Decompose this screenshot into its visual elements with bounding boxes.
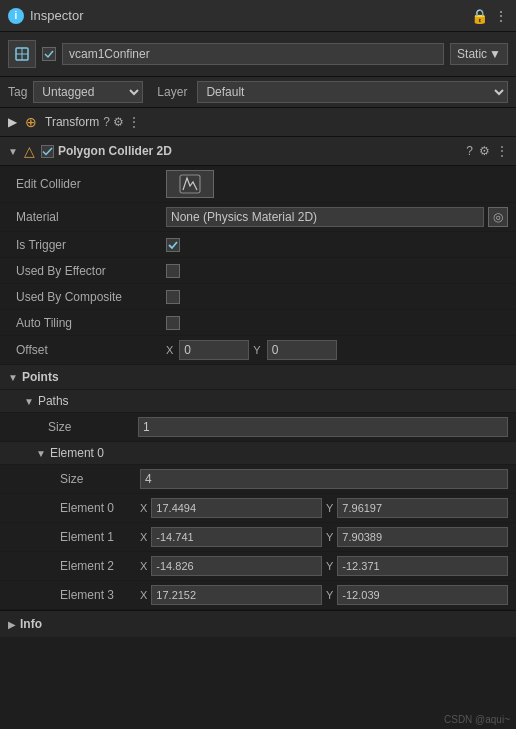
layer-label: Layer xyxy=(157,85,187,99)
element0-size-label: Size xyxy=(60,472,140,486)
offset-x-input[interactable] xyxy=(179,340,249,360)
auto-tiling-checkbox[interactable] xyxy=(166,316,180,330)
used-by-effector-label: Used By Effector xyxy=(16,264,166,278)
elem1-y-input[interactable] xyxy=(337,527,508,547)
menu-icon[interactable]: ⋮ xyxy=(494,8,508,24)
transform-label: Transform xyxy=(45,115,99,129)
offset-y-label: Y xyxy=(253,344,260,356)
info-arrow: ▶ xyxy=(8,619,16,630)
material-label: Material xyxy=(16,210,166,224)
element-data-row-3: Element 3 X Y xyxy=(0,581,516,610)
element0-size-row: Size xyxy=(0,465,516,494)
polygon-collider-label: Polygon Collider 2D xyxy=(58,144,462,158)
points-label: Points xyxy=(22,370,59,384)
element-inputs-1: X Y xyxy=(140,527,508,547)
polygon-collider-buttons: ? ⚙ ⋮ xyxy=(466,144,508,158)
edit-collider-button[interactable] xyxy=(166,170,214,198)
auto-tiling-label: Auto Tiling xyxy=(16,316,166,330)
auto-tiling-row: Auto Tiling xyxy=(0,310,516,336)
elem2-y-input[interactable] xyxy=(337,556,508,576)
is-trigger-label: Is Trigger xyxy=(16,238,166,252)
elem2-x-input[interactable] xyxy=(151,556,322,576)
elem3-y-input[interactable] xyxy=(337,585,508,605)
tag-label: Tag xyxy=(8,85,27,99)
polygon-collider-help-btn[interactable]: ? xyxy=(466,144,473,158)
element-label-2: Element 2 xyxy=(60,559,140,573)
element-inputs-0: X Y xyxy=(140,498,508,518)
elem0-x-label: X xyxy=(140,502,147,514)
svg-rect-3 xyxy=(180,175,200,193)
elem0-x-input[interactable] xyxy=(151,498,322,518)
transform-menu-btn[interactable]: ⋮ xyxy=(128,115,140,129)
element0-section-header[interactable]: ▼ Element 0 xyxy=(0,442,516,465)
paths-size-row: Size xyxy=(0,413,516,442)
offset-y-input[interactable] xyxy=(267,340,337,360)
elem0-y-input[interactable] xyxy=(337,498,508,518)
element-label-3: Element 3 xyxy=(60,588,140,602)
paths-label: Paths xyxy=(38,394,69,408)
transform-help-btn[interactable]: ? xyxy=(103,115,110,129)
elem2-x-label: X xyxy=(140,560,147,572)
points-section-header[interactable]: ▼ Points xyxy=(0,365,516,390)
elem2-y-label: Y xyxy=(326,560,333,572)
watermark: CSDN @aqui~ xyxy=(444,714,510,725)
inspector-tab-icon: i xyxy=(8,8,24,24)
paths-arrow: ▼ xyxy=(24,396,34,407)
material-row: Material None (Physics Material 2D) ◎ xyxy=(0,203,516,232)
edit-collider-row: Edit Collider xyxy=(0,166,516,203)
paths-section-header[interactable]: ▼ Paths xyxy=(0,390,516,413)
used-by-effector-checkbox[interactable] xyxy=(166,264,180,278)
inspector-title: Inspector xyxy=(30,8,83,23)
tag-layer-row: Tag Untagged Layer Default xyxy=(0,77,516,108)
polygon-collider-icon: △ xyxy=(24,143,35,159)
gameobject-icon xyxy=(8,40,36,68)
element0-label: Element 0 xyxy=(50,446,104,460)
inspector-header: i Inspector 🔒 ⋮ xyxy=(0,0,516,32)
element-data-row-0: Element 0 X Y xyxy=(0,494,516,523)
info-label: Info xyxy=(20,617,42,631)
offset-x-label: X xyxy=(166,344,173,356)
polygon-collider-settings-btn[interactable]: ⚙ xyxy=(479,144,490,158)
element-label-0: Element 0 xyxy=(60,501,140,515)
gameobject-active-checkbox[interactable] xyxy=(42,47,56,61)
transform-collapse-arrow[interactable]: ▶ xyxy=(8,115,17,129)
element0-arrow: ▼ xyxy=(36,448,46,459)
paths-size-input[interactable] xyxy=(138,417,508,437)
element-data-row-1: Element 1 X Y xyxy=(0,523,516,552)
is-trigger-row: Is Trigger xyxy=(0,232,516,258)
used-by-composite-row: Used By Composite xyxy=(0,284,516,310)
edit-collider-label: Edit Collider xyxy=(16,177,166,191)
offset-row: Offset X Y xyxy=(0,336,516,365)
element-data-row-2: Element 2 X Y xyxy=(0,552,516,581)
elem1-x-input[interactable] xyxy=(151,527,322,547)
layer-select[interactable]: Default xyxy=(197,81,508,103)
tag-select[interactable]: Untagged xyxy=(33,81,143,103)
material-select-button[interactable]: ◎ xyxy=(488,207,508,227)
gameobject-row: Static ▼ xyxy=(0,32,516,77)
polygon-collider-collapse-arrow[interactable]: ▼ xyxy=(8,146,18,157)
elem3-x-input[interactable] xyxy=(151,585,322,605)
material-value: None (Physics Material 2D) xyxy=(166,207,484,227)
paths-size-label: Size xyxy=(48,420,138,434)
transform-settings-btn[interactable]: ⚙ xyxy=(113,115,124,129)
gameobject-name-input[interactable] xyxy=(62,43,444,65)
transform-component-header: ▶ ⊕ Transform ? ⚙ ⋮ xyxy=(0,108,516,137)
used-by-composite-checkbox[interactable] xyxy=(166,290,180,304)
element-inputs-3: X Y xyxy=(140,585,508,605)
elem0-y-label: Y xyxy=(326,502,333,514)
used-by-composite-label: Used By Composite xyxy=(16,290,166,304)
elem1-y-label: Y xyxy=(326,531,333,543)
element-inputs-2: X Y xyxy=(140,556,508,576)
info-section-header[interactable]: ▶ Info xyxy=(0,610,516,637)
elem3-x-label: X xyxy=(140,589,147,601)
polygon-collider-menu-btn[interactable]: ⋮ xyxy=(496,144,508,158)
lock-icon[interactable]: 🔒 xyxy=(471,8,488,24)
element0-size-input[interactable] xyxy=(140,469,508,489)
used-by-effector-row: Used By Effector xyxy=(0,258,516,284)
static-button[interactable]: Static ▼ xyxy=(450,43,508,65)
element-label-1: Element 1 xyxy=(60,530,140,544)
is-trigger-checkbox[interactable] xyxy=(166,238,180,252)
points-arrow: ▼ xyxy=(8,372,18,383)
polygon-collider-active-checkbox[interactable] xyxy=(41,145,54,158)
transform-icon: ⊕ xyxy=(25,114,37,130)
